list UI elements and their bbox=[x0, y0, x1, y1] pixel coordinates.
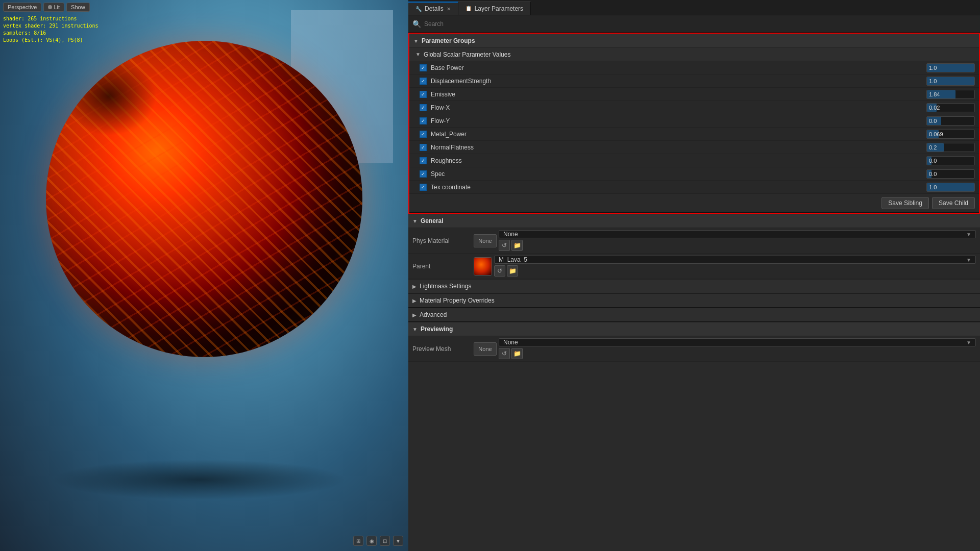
preview-mesh-dropdown-arrow-icon: ▼ bbox=[966, 340, 971, 345]
lightmass-label: Lightmass Settings bbox=[420, 283, 471, 290]
preview-mesh-row: Preview Mesh None None ▼ ↺ 📁 bbox=[408, 336, 980, 362]
preview-mesh-dropdown[interactable]: None ▼ bbox=[499, 338, 976, 346]
param-bar-flow-y[interactable]: 0.0 bbox=[926, 116, 975, 126]
tab-layer-parameters[interactable]: 📋 Layer Parameters bbox=[458, 2, 531, 15]
phys-material-dropdown-value: None bbox=[503, 231, 518, 238]
general-arrow-icon: ▼ bbox=[412, 218, 418, 224]
right-panel: 🔧 Details ✕ 📋 Layer Parameters 🔍 ▼ Param… bbox=[408, 0, 980, 551]
global-scalar-arrow-icon: ▼ bbox=[415, 52, 421, 57]
search-bar: 🔍 bbox=[408, 15, 980, 33]
param-bar-spec[interactable]: 0.0 bbox=[926, 169, 975, 179]
param-checkbox-flow-y[interactable] bbox=[420, 117, 427, 124]
preview-mesh-browse-btn[interactable]: 📁 bbox=[511, 348, 523, 359]
vp-icon-3[interactable]: ⊡ bbox=[380, 536, 390, 546]
param-row-flow-x: Flow-X 0.02 bbox=[409, 101, 979, 114]
param-row-roughness: Roughness 0.0 bbox=[409, 154, 979, 167]
param-name-normal-flatness: NormalFlatness bbox=[431, 144, 926, 151]
save-sibling-button[interactable]: Save Sibling bbox=[881, 197, 929, 209]
phys-material-controls: None None ▼ ↺ 📁 bbox=[474, 230, 976, 251]
panel-content: ▼ Parameter Groups ▼ Global Scalar Param… bbox=[408, 33, 980, 551]
parameter-groups-label: Parameter Groups bbox=[422, 37, 475, 44]
parent-controls: M_Lava_5 ▼ ↺ 📁 bbox=[474, 256, 976, 277]
lit-button[interactable]: Lit bbox=[43, 3, 64, 12]
general-section: ▼ General Phys Material None None ▼ ↺ bbox=[408, 214, 980, 279]
param-bar-normal-flatness[interactable]: 0.2 bbox=[926, 143, 975, 152]
param-checkbox-base-power[interactable] bbox=[420, 64, 427, 71]
preview-mesh-refresh-btn[interactable]: ↺ bbox=[499, 348, 510, 359]
stat-line4: Loops (Est.): VS(4), PS(8) bbox=[3, 37, 99, 44]
parent-thumbnail bbox=[474, 257, 492, 276]
tab-layer-icon: 📋 bbox=[465, 6, 472, 11]
preview-sphere-container bbox=[31, 26, 378, 372]
vp-icon-2[interactable]: ◉ bbox=[366, 536, 377, 546]
param-checkbox-emissive[interactable] bbox=[420, 91, 427, 98]
parameter-groups-section: ▼ Parameter Groups ▼ Global Scalar Param… bbox=[408, 33, 980, 214]
save-child-button[interactable]: Save Child bbox=[932, 197, 975, 209]
phys-material-none-btn[interactable]: None bbox=[474, 234, 497, 247]
parent-browse-btn[interactable]: 📁 bbox=[507, 265, 518, 277]
param-row-spec: Spec 0.0 bbox=[409, 167, 979, 181]
tab-details-close[interactable]: ✕ bbox=[447, 6, 451, 12]
show-button[interactable]: Show bbox=[66, 3, 90, 12]
param-checkbox-displacement[interactable] bbox=[420, 78, 427, 85]
param-checkbox-metal-power[interactable] bbox=[420, 131, 427, 138]
phys-material-browse-btn[interactable]: 📁 bbox=[511, 240, 523, 251]
param-row-flow-y: Flow-Y 0.0 bbox=[409, 114, 979, 128]
advanced-label: Advanced bbox=[420, 311, 447, 318]
advanced-section[interactable]: ▶ Advanced bbox=[408, 308, 980, 322]
viewport-toolbar: Perspective Lit Show bbox=[0, 0, 408, 14]
perspective-button[interactable]: Perspective bbox=[3, 3, 41, 12]
param-bar-displacement[interactable]: 1.0 bbox=[926, 77, 975, 86]
param-row-tex-coord: Tex coordinate 1.0 bbox=[409, 181, 979, 194]
vp-icon-1[interactable]: ⊞ bbox=[353, 536, 363, 546]
preview-sphere bbox=[46, 41, 362, 357]
parameter-groups-header[interactable]: ▼ Parameter Groups bbox=[409, 34, 979, 48]
param-row-displacement: DisplacementStrength 1.0 bbox=[409, 74, 979, 88]
viewport: Perspective Lit Show shader: 265 instruc… bbox=[0, 0, 408, 551]
tab-details-label: Details bbox=[425, 5, 444, 12]
param-bar-metal-power[interactable]: 0.069 bbox=[926, 130, 975, 139]
parent-refresh-btn[interactable]: ↺ bbox=[494, 265, 505, 277]
global-scalar-header[interactable]: ▼ Global Scalar Parameter Values bbox=[409, 48, 979, 61]
parent-dropdown-col: M_Lava_5 ▼ ↺ 📁 bbox=[494, 256, 976, 277]
param-bar-emissive[interactable]: 1.84 bbox=[926, 90, 975, 99]
param-row-metal-power: Metal_Power 0.069 bbox=[409, 128, 979, 141]
preview-mesh-label: Preview Mesh bbox=[412, 345, 474, 353]
param-row-base-power: Base Power 1.0 bbox=[409, 61, 979, 74]
param-checkbox-tex-coord[interactable] bbox=[420, 184, 427, 191]
parent-dropdown-arrow-icon: ▼ bbox=[966, 257, 971, 263]
param-checkbox-flow-x[interactable] bbox=[420, 104, 427, 111]
param-bar-base-power[interactable]: 1.0 bbox=[926, 63, 975, 72]
param-val-base-power: 1.0 bbox=[927, 65, 974, 71]
show-label: Show bbox=[71, 4, 85, 10]
param-name-flow-x: Flow-X bbox=[431, 104, 926, 111]
material-property-overrides-section[interactable]: ▶ Material Property Overrides bbox=[408, 293, 980, 308]
param-checkbox-spec[interactable] bbox=[420, 170, 427, 178]
param-bar-roughness[interactable]: 0.0 bbox=[926, 156, 975, 165]
parent-dropdown-value: M_Lava_5 bbox=[499, 256, 527, 263]
perspective-label: Perspective bbox=[8, 4, 37, 10]
parent-dropdown[interactable]: M_Lava_5 ▼ bbox=[494, 256, 976, 264]
phys-material-dropdown[interactable]: None ▼ bbox=[499, 230, 976, 238]
general-header[interactable]: ▼ General bbox=[408, 214, 980, 228]
previewing-section: ▼ Previewing Preview Mesh None None ▼ ↺ bbox=[408, 322, 980, 362]
lightmass-arrow-icon: ▶ bbox=[412, 284, 416, 289]
vp-icon-4[interactable]: ▼ bbox=[393, 536, 403, 546]
search-input[interactable] bbox=[424, 20, 976, 28]
param-bar-tex-coord[interactable]: 1.0 bbox=[926, 183, 975, 192]
param-bar-flow-x[interactable]: 0.02 bbox=[926, 103, 975, 112]
lightmass-settings-section[interactable]: ▶ Lightmass Settings bbox=[408, 279, 980, 293]
phys-material-refresh-btn[interactable]: ↺ bbox=[499, 240, 510, 251]
stat-line3: samplers: 8/16 bbox=[3, 30, 99, 37]
param-checkbox-normal-flatness[interactable] bbox=[420, 144, 427, 151]
lit-label: Lit bbox=[54, 4, 60, 10]
previewing-header[interactable]: ▼ Previewing bbox=[408, 322, 980, 336]
shader-stats: shader: 265 instructions vertex shader: … bbox=[3, 15, 99, 44]
param-val-flow-x: 0.02 bbox=[927, 105, 974, 111]
param-name-base-power: Base Power bbox=[431, 64, 926, 71]
preview-mesh-none-btn[interactable]: None bbox=[474, 342, 497, 356]
param-name-spec: Spec bbox=[431, 170, 926, 178]
param-groups-arrow-icon: ▼ bbox=[413, 38, 419, 44]
param-checkbox-roughness[interactable] bbox=[420, 157, 427, 164]
tab-details[interactable]: 🔧 Details ✕ bbox=[408, 2, 458, 15]
